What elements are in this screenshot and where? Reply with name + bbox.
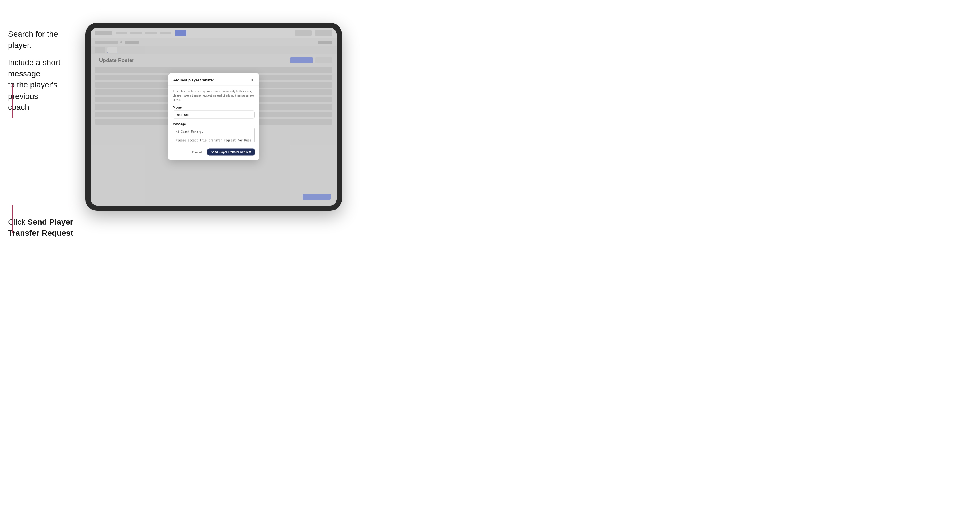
- modal-footer: Cancel Send Player Transfer Request: [173, 149, 255, 156]
- tablet-screen: Update Roster Request player transfer × …: [91, 28, 337, 206]
- message-label: Message: [173, 122, 255, 125]
- player-input[interactable]: [173, 111, 255, 119]
- modal-body: If the player is transferring from anoth…: [168, 86, 259, 160]
- player-label: Player: [173, 106, 255, 110]
- message-textarea[interactable]: Hi Coach McHarg, Please accept this tran…: [173, 127, 255, 143]
- annotation-message-text: Include a short messageto the player's p…: [8, 57, 82, 113]
- modal-title: Request player transfer: [173, 78, 214, 82]
- modal-description: If the player is transferring from anoth…: [173, 89, 255, 102]
- modal-header: Request player transfer ×: [168, 73, 259, 86]
- annotation-click-text: Click Send Player Transfer Request: [8, 216, 82, 238]
- annotation-area: Search for the player. Include a short m…: [0, 0, 83, 527]
- send-transfer-button[interactable]: Send Player Transfer Request: [207, 149, 255, 156]
- cancel-button[interactable]: Cancel: [189, 149, 205, 156]
- annotation-search-text: Search for the player.: [8, 29, 83, 51]
- tablet-device: Update Roster Request player transfer × …: [86, 23, 342, 211]
- modal-close-button[interactable]: ×: [250, 78, 255, 83]
- request-transfer-modal: Request player transfer × If the player …: [168, 73, 259, 160]
